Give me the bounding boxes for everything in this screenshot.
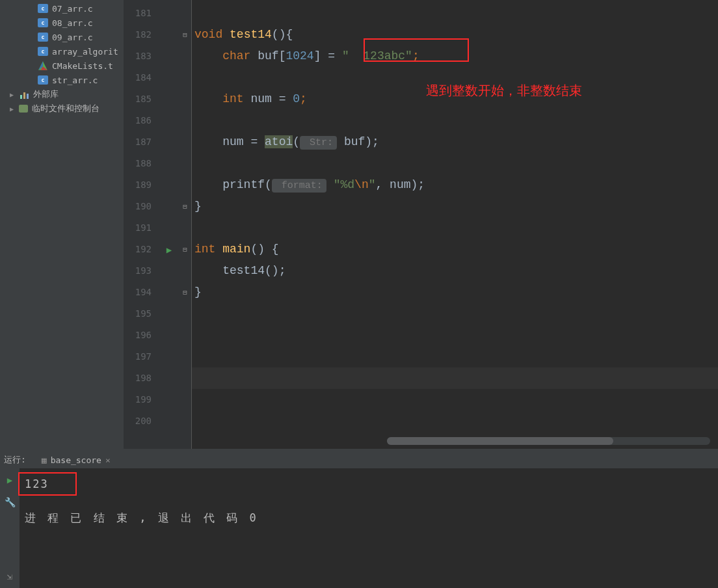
main-split: c 07_arr.c c 08_arr.c c 09_arr.c c array… (0, 0, 718, 449)
scratch-icon (19, 105, 28, 113)
run-config-tab[interactable]: ▦ base_score × (36, 455, 116, 465)
exit-line: 进 程 已 结 束 , 退 出 代 码 0 (25, 509, 713, 527)
code-editor[interactable]: 181 182 183 184 185 186 187 188 189 190 … (124, 0, 718, 449)
close-icon[interactable]: × (105, 455, 111, 465)
chevron-right-icon: ▶ (10, 91, 16, 98)
c-file-icon: c (38, 75, 48, 85)
scrollbar-thumb[interactable] (387, 437, 613, 445)
project-sidebar: c 07_arr.c c 08_arr.c c 09_arr.c c array… (0, 0, 124, 449)
c-file-icon: c (38, 18, 48, 27)
settings-button[interactable]: 🔧 (5, 497, 16, 507)
c-file-icon: c (38, 33, 48, 42)
file-item[interactable]: c array_algorit (0, 44, 124, 59)
line-number-gutter: 181 182 183 184 185 186 187 188 189 190 … (124, 0, 159, 449)
run-main-button[interactable]: ▶ (159, 239, 179, 260)
file-item[interactable]: c str_arr.c (0, 73, 124, 87)
export-button[interactable]: ⇲ (7, 571, 12, 581)
library-icon (19, 90, 29, 99)
fold-toggle[interactable]: ⊟ (179, 24, 191, 46)
fold-toggle[interactable]: ⊟ (179, 239, 191, 260)
rerun-button[interactable]: ▶ (7, 475, 12, 485)
file-item[interactable]: c 07_arr.c (0, 1, 124, 16)
cmake-icon (38, 61, 48, 70)
annotation-text: 遇到整数开始，非整数结束 (426, 82, 582, 100)
c-file-icon: c (38, 47, 48, 56)
play-icon: ▶ (166, 245, 172, 255)
fold-end[interactable]: ⊟ (179, 282, 191, 303)
output-line: 123 (25, 475, 713, 493)
console-output[interactable]: 123 进 程 已 结 束 , 退 出 代 码 0 (20, 468, 718, 588)
c-file-icon: c (38, 4, 48, 13)
run-tool-window: 运行: ▦ base_score × ▶ 🔧 ⇲ 123 进 程 已 结 束 ,… (0, 451, 718, 588)
file-item[interactable]: CMakeLists.t (0, 59, 124, 73)
chevron-right-icon: ▶ (10, 105, 16, 113)
file-item[interactable]: c 08_arr.c (0, 16, 124, 30)
code-content[interactable]: void test14(){ char buf[1024] = " 123abc… (192, 0, 718, 449)
scratches-node[interactable]: ▶ 临时文件和控制台 (0, 101, 124, 116)
run-label: 运行: (4, 454, 26, 466)
horizontal-scrollbar[interactable] (387, 437, 710, 445)
run-gutter: ▶ (159, 0, 179, 449)
application-icon: ▦ (42, 455, 47, 465)
panel-tab-bar: 运行: ▦ base_score × (0, 451, 718, 468)
file-item[interactable]: c 09_arr.c (0, 30, 124, 44)
fold-end[interactable]: ⊟ (179, 196, 191, 217)
fold-gutter: ⊟ ⊟ ⊟ ⊟ (179, 0, 192, 449)
run-toolbar: ▶ 🔧 ⇲ (0, 468, 20, 588)
external-libs-node[interactable]: ▶ 外部库 (0, 87, 124, 101)
